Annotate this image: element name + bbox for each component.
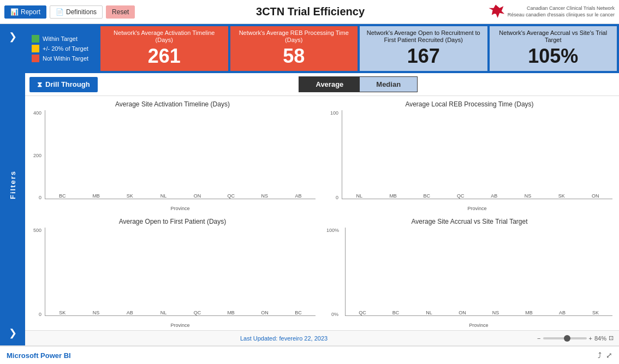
zoom-plus[interactable]: + xyxy=(589,335,592,342)
chart-accrual: Average Site Accrual vs Site Trial Targe… xyxy=(322,213,619,330)
kpi-open: Network's Average Open to Recruitment to… xyxy=(360,26,487,71)
bar-reb-SK: SK xyxy=(546,192,578,199)
sidebar-collapse-top[interactable]: ❯ xyxy=(7,28,19,45)
bar-acc-AB: AB xyxy=(546,309,578,315)
sidebar-collapse-bottom[interactable]: ❯ xyxy=(7,325,19,341)
zoom-slider[interactable] xyxy=(543,337,587,339)
y-axis-reb: 1000 xyxy=(326,110,338,200)
zoom-control: − + 84% ⊡ xyxy=(537,335,614,342)
bar-BC: BC xyxy=(46,192,79,199)
chart-open: Average Open to First Patient (Days) 500… xyxy=(25,213,322,330)
logo-line2: Réseau canadien d'essais cliniques sur l… xyxy=(508,12,615,19)
main-area: ❯ Filters ❯ Within Target +/- 20% of Tar… xyxy=(0,24,619,345)
fullscreen-icon[interactable]: ⤢ xyxy=(606,351,612,360)
controls-row: ⧗ Drill Through Average Median xyxy=(25,73,619,96)
report-button[interactable]: 📊 Report xyxy=(4,5,46,19)
kpi-activation: Network's Average Activation Timeline (D… xyxy=(100,26,228,71)
legend-near-label: +/- 20% of Target xyxy=(43,45,88,52)
bar-acc-MB: MB xyxy=(513,309,545,315)
bar-open-MB: MB xyxy=(215,309,247,315)
legend-within-target: Within Target xyxy=(32,35,94,43)
chart-open-area: 5000 SK NS AB NL QC MB ON xyxy=(29,228,316,328)
bar-open-NL: NL xyxy=(147,309,180,315)
page-title: 3CTN Trial Efficiency xyxy=(138,5,482,18)
legend-within-label: Within Target xyxy=(43,35,78,42)
share-icon[interactable]: ⤴ xyxy=(598,351,602,360)
bar-open-QC: QC xyxy=(181,309,213,315)
left-sidebar: ❯ Filters ❯ xyxy=(0,24,25,345)
zoom-thumb xyxy=(564,335,570,342)
bar-MB: MB xyxy=(80,192,112,199)
bar-reb-NS: NS xyxy=(512,192,544,199)
average-toggle[interactable]: Average xyxy=(299,77,360,92)
kpi-activation-value: 261 xyxy=(148,45,181,68)
chart-open-title: Average Open to First Patient (Days) xyxy=(29,218,316,225)
pbi-footer: Microsoft Power BI ⤴ ⤢ xyxy=(0,345,619,364)
bar-open-ON: ON xyxy=(249,309,281,315)
legend-not-label: Not Within Target xyxy=(43,55,88,62)
chart-activation-title: Average Site Activation Timeline (Days) xyxy=(29,100,316,108)
legend-dot-red xyxy=(32,55,39,62)
bar-open-BC: BC xyxy=(282,309,314,315)
bar-acc-NS: NS xyxy=(480,309,511,315)
kpi-open-title: Network's Average Open to Recruitment to… xyxy=(364,29,483,44)
bar-reb-MB: MB xyxy=(377,192,409,199)
kpi-reb: Network's Average REB Processing Time (D… xyxy=(230,26,358,71)
bar-acc-SK: SK xyxy=(580,309,611,315)
bar-acc-BC: BC xyxy=(380,309,412,315)
filters-label[interactable]: Filters xyxy=(9,170,17,199)
y-axis-open: 5000 xyxy=(29,228,41,317)
bar-open-SK: SK xyxy=(46,309,79,315)
pbi-footer-icons: ⤴ ⤢ xyxy=(598,351,612,360)
chart-reb-title: Average Local REB Processing Time (Days) xyxy=(326,100,612,108)
bar-reb-AB: AB xyxy=(478,192,510,199)
y-axis-activation: 4002000 xyxy=(29,110,41,200)
bar-open-NS: NS xyxy=(80,309,112,315)
fit-icon[interactable]: ⊡ xyxy=(609,335,614,342)
kpi-reb-title: Network's Average REB Processing Time (D… xyxy=(235,29,354,44)
kpi-accrual-title: Network's Average Accrual vs Site's Tria… xyxy=(494,29,613,44)
charts-area: Average Site Activation Timeline (Days) … xyxy=(25,96,619,330)
bar-acc-NL: NL xyxy=(413,309,445,315)
chart-activation-area: 4002000 BC MB SK NL ON QC N xyxy=(29,110,316,211)
bar-reb-NL: NL xyxy=(343,192,376,199)
pbi-logo: Microsoft Power BI xyxy=(7,351,71,360)
kpi-activation-title: Network's Average Activation Timeline (D… xyxy=(105,29,224,44)
drill-through-button[interactable]: ⧗ Drill Through xyxy=(29,77,98,92)
bar-NS: NS xyxy=(249,192,281,199)
bar-acc-QC: QC xyxy=(347,309,378,315)
chart-icon: 📊 xyxy=(10,8,19,16)
last-updated: Last Updated: fevereiro 22, 2023 xyxy=(240,335,328,342)
legend-near-target: +/- 20% of Target xyxy=(32,45,94,52)
reset-label: Reset xyxy=(112,8,129,16)
report-label: Report xyxy=(21,8,40,16)
x-title-reb: Province xyxy=(342,206,612,211)
chart-accrual-area: 100%0% QC BC NL ON NS MB AB xyxy=(326,228,612,328)
kpi-open-value: 167 xyxy=(407,45,440,68)
last-updated-label: Last Updated: xyxy=(240,335,278,342)
bar-open-AB: AB xyxy=(114,309,146,315)
median-toggle[interactable]: Median xyxy=(360,77,417,92)
kpi-accrual: Network's Average Accrual vs Site's Tria… xyxy=(490,26,617,71)
kpi-reb-value: 58 xyxy=(283,45,305,68)
kpi-accrual-value: 105% xyxy=(528,45,578,68)
content-area: Within Target +/- 20% of Target Not With… xyxy=(25,24,619,345)
legend-dot-green xyxy=(32,35,39,43)
chart-activation: Average Site Activation Timeline (Days) … xyxy=(25,96,322,213)
x-title-open: Province xyxy=(45,323,316,328)
logo-icon xyxy=(486,2,505,22)
definitions-button[interactable]: 📄 Definitions xyxy=(50,5,103,19)
logo: Canadian Cancer Clinical Trials Network … xyxy=(486,2,615,22)
doc-icon: 📄 xyxy=(56,8,64,16)
legend-not-target: Not Within Target xyxy=(32,55,94,62)
bar-QC: QC xyxy=(215,192,247,199)
last-updated-value: fevereiro 22, 2023 xyxy=(279,335,328,342)
svg-point-0 xyxy=(493,10,497,14)
chart-reb-area: 1000 NL MB BC QC AB NS SK xyxy=(326,110,612,211)
bar-reb-BC: BC xyxy=(411,192,443,199)
funnel-icon: ⧗ xyxy=(37,80,42,89)
zoom-minus[interactable]: − xyxy=(537,335,540,342)
bar-reb-QC: QC xyxy=(444,192,477,199)
drill-through-label: Drill Through xyxy=(45,80,90,88)
reset-button[interactable]: Reset xyxy=(106,5,135,19)
